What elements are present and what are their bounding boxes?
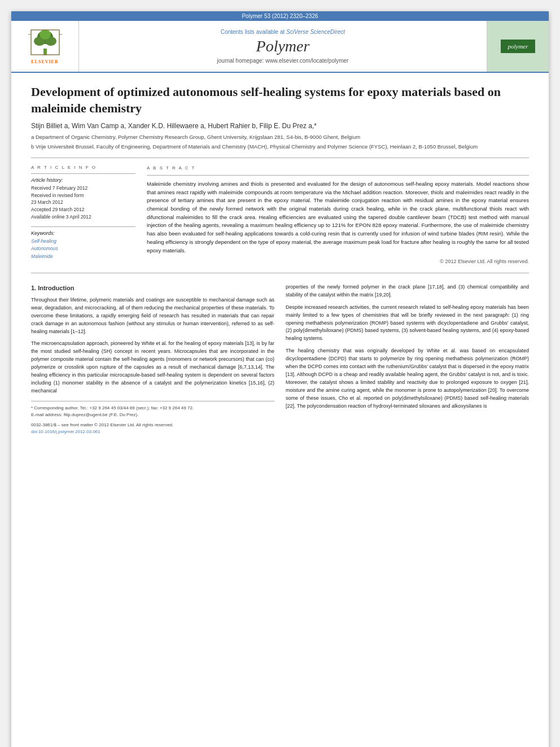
main-content: Development of optimized autonomous self… [11,73,549,447]
info-abstract-section: A R T I C L E I N F O Article history: R… [31,165,529,266]
intro-para-1: Throughout their lifetime, polymeric mat… [31,296,274,336]
keyword-2: Autonomous [31,245,135,253]
elsevier-label: ELSEVIER [31,59,58,64]
intro-section-title: 1. Introduction [31,283,274,293]
received-date: Received 7 February 2012 [31,185,135,192]
authors: Stijn Billiet a, Wim Van Camp a, Xander … [31,122,529,130]
journal-homepage: journal homepage: www.elsevier.com/locat… [217,58,349,64]
journal-citation: Polymer 53 (2012) 2320–2326 [242,13,318,19]
body-para-5: The healing chemistry that was originall… [286,347,529,410]
keyword-3: Maleimide [31,253,135,261]
footnote-email: E-mail address: filip.duprez@ugent.be (F… [31,412,274,418]
body-right-col: properties of the newly formed polymer i… [286,283,529,435]
section-title-text: Introduction [38,285,74,291]
footnote-issn: 0032-3861/$ – see front matter © 2012 El… [31,422,274,429]
authors-text: Stijn Billiet a, Wim Van Camp a, Xander … [31,122,317,130]
section-number: 1. [31,285,36,291]
polymer-logo-box: polymer [487,21,549,72]
article-history-box: Article history: Received 7 February 201… [31,173,135,221]
keywords-label: Keywords: [31,230,135,236]
body-para-3: properties of the newly formed polymer i… [286,283,529,299]
footnotes: * Corresponding author. Tel.: +32 9 264 … [31,401,274,435]
revised-label: Received in revised form [31,192,135,199]
page: Polymer 53 (2012) 2320–2326 ELSEVIER Co [11,11,549,747]
sciverse-link[interactable]: SciVerse ScienceDirect [286,29,345,35]
copyright-text: © 2012 Elsevier Ltd. All rights reserved… [147,258,529,266]
history-label: Article history: [31,177,135,183]
accepted-date: Accepted 29 March 2012 [31,206,135,213]
article-info-column: A R T I C L E I N F O Article history: R… [31,165,135,266]
journal-center: Contents lists available at SciVerse Sci… [79,21,487,72]
body-two-col: 1. Introduction Throughout their lifetim… [31,283,529,435]
intro-para-2: The microencapsulation approach, pioneer… [31,340,274,395]
affiliation-a: a Department of Organic Chemistry, Polym… [31,133,529,141]
body-para-4: Despite increased research activities, t… [286,304,529,343]
journal-header: ELSEVIER Contents lists available at Sci… [11,21,549,73]
keywords-box: Keywords: Self-healing Autonomous Maleim… [31,226,135,261]
abstract-column: A B S T R A C T Maleimide chemistry invo… [147,165,529,266]
available-date: Available online 3 April 2012 [31,213,135,221]
affiliation-b: b Vrije Universiteit Brussel, Faculty of… [31,143,529,150]
keyword-1: Self-healing [31,238,135,246]
sciverse-text: Contents lists available at SciVerse Sci… [221,29,345,35]
body-left-col: 1. Introduction Throughout their lifetim… [31,283,274,435]
article-info-header: A R T I C L E I N F O [31,165,135,170]
revised-date: 23 March 2012 [31,199,135,206]
elsevier-logo: ELSEVIER [11,21,79,72]
svg-rect-0 [43,49,47,55]
article-title: Development of optimized autonomous self… [31,84,529,116]
top-bar: Polymer 53 (2012) 2320–2326 [11,11,549,21]
elsevier-tree-icon [28,29,62,57]
footnote-doi[interactable]: doi:10.1016/j.polymer.2012.03.061 [31,429,274,435]
svg-point-4 [40,29,51,40]
polymer-logo-label: polymer [501,40,535,53]
divider-1 [31,158,529,158]
abstract-header: A B S T R A C T [147,165,529,172]
journal-name: Polymer [256,37,310,55]
body-content: 1. Introduction Throughout their lifetim… [31,283,529,435]
abstract-text: Maleimide chemistry involving amines and… [147,180,529,255]
footnote-corresponding: * Corresponding author. Tel.: +32 9 264 … [31,405,274,412]
divider-2 [31,273,529,273]
